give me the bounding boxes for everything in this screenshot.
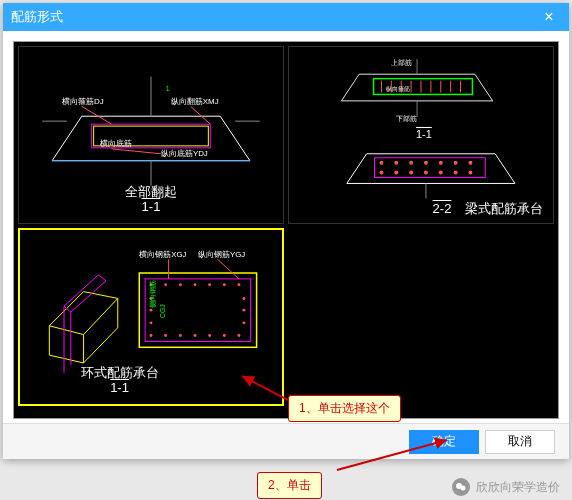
svg-point-44	[194, 283, 197, 286]
label-h3: 横向底筋	[100, 139, 132, 148]
annotation-callout-1: 1、单击选择这个	[288, 395, 401, 422]
svg-point-50	[179, 334, 182, 337]
close-icon[interactable]: ×	[537, 5, 561, 29]
option-caption: 2-2 梁式配筋承台	[433, 201, 543, 217]
svg-text:侧向钢筋: 侧向钢筋	[149, 280, 156, 308]
svg-point-23	[394, 161, 398, 165]
watermark-text: 欣欣向荣学造价	[476, 479, 560, 496]
option-all-flip[interactable]: 横向箍筋DJ 纵向翻筋XMJ 横向底筋 纵向底筋YDJ 1 全部翻起 1-1	[18, 46, 284, 224]
svg-point-29	[379, 171, 383, 175]
label-h1: 横向箍筋DJ	[62, 97, 104, 106]
svg-point-52	[208, 334, 211, 337]
label-top: 上部筋	[391, 59, 412, 66]
svg-point-28	[468, 161, 472, 165]
wechat-icon	[452, 478, 470, 496]
svg-point-22	[379, 161, 383, 165]
svg-point-35	[468, 171, 472, 175]
svg-point-46	[223, 283, 226, 286]
option-beam-style[interactable]: 上部筋 纵向箍筋 下部筋 1-1	[288, 46, 554, 224]
option-caption: 环式配筋承台 1-1	[81, 365, 159, 396]
svg-point-47	[238, 283, 241, 286]
svg-point-57	[150, 321, 153, 324]
svg-point-34	[454, 171, 458, 175]
svg-point-30	[394, 171, 398, 175]
svg-line-6	[82, 106, 112, 124]
options-scroll[interactable]: 横向箍筋DJ 纵向翻筋XMJ 横向底筋 纵向底筋YDJ 1 全部翻起 1-1	[13, 41, 559, 419]
svg-line-62	[217, 259, 239, 279]
svg-point-45	[208, 283, 211, 286]
svg-point-49	[164, 334, 167, 337]
option-caption: 全部翻起 1-1	[125, 184, 177, 215]
annotation-callout-2: 2、单击	[257, 472, 322, 499]
svg-point-26	[439, 161, 443, 165]
annotation-arrow-1	[236, 372, 292, 404]
svg-point-54	[238, 334, 241, 337]
label-stirrup: 纵向箍筋	[386, 86, 410, 92]
svg-point-68	[461, 486, 466, 491]
svg-line-66	[337, 440, 447, 470]
cancel-button[interactable]: 取消	[485, 430, 555, 454]
label-vsteel: 纵向钢筋YGJ	[198, 250, 245, 259]
svg-point-32	[424, 171, 428, 175]
titlebar: 配筋形式 ×	[3, 3, 569, 31]
svg-point-42	[164, 283, 167, 286]
svg-point-60	[242, 321, 245, 324]
label-bottom: 下部筋	[396, 115, 417, 122]
svg-point-59	[242, 309, 245, 312]
svg-point-43	[179, 283, 182, 286]
svg-point-24	[409, 161, 413, 165]
svg-point-58	[242, 297, 245, 300]
button-row: 确定 取消	[3, 423, 569, 459]
options-grid: 横向箍筋DJ 纵向翻筋XMJ 横向底筋 纵向底筋YDJ 1 全部翻起 1-1	[18, 46, 554, 406]
dialog-title: 配筋形式	[11, 8, 537, 26]
svg-text:CGJ: CGJ	[159, 304, 166, 318]
svg-point-51	[194, 334, 197, 337]
label-hsteel: 横向钢筋XGJ	[139, 250, 186, 259]
label-h2: 纵向翻筋XMJ	[171, 97, 219, 106]
svg-line-8	[111, 149, 160, 154]
svg-point-27	[454, 161, 458, 165]
svg-point-53	[223, 334, 226, 337]
watermark: 欣欣向荣学造价	[452, 478, 560, 496]
svg-point-33	[439, 171, 443, 175]
label-h4: 纵向底筋YDJ	[161, 149, 208, 158]
dim-text: 1	[166, 85, 170, 92]
section-11: 1-1	[416, 128, 432, 140]
svg-point-25	[424, 161, 428, 165]
dialog-content: 横向箍筋DJ 纵向翻筋XMJ 横向底筋 纵向底筋YDJ 1 全部翻起 1-1	[3, 31, 569, 421]
svg-line-65	[242, 376, 288, 400]
svg-point-31	[409, 171, 413, 175]
svg-rect-21	[375, 158, 486, 178]
svg-line-7	[191, 106, 211, 124]
svg-point-48	[150, 334, 153, 337]
